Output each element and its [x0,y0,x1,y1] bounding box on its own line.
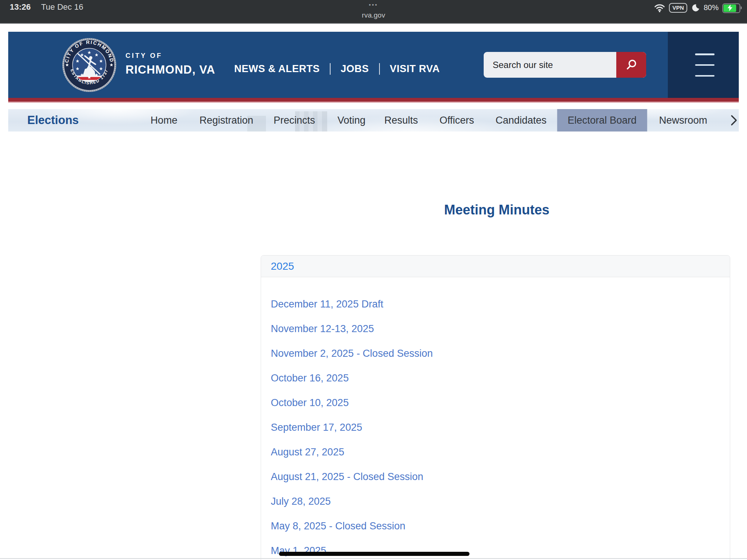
minutes-list: December 11, 2025 DraftNovember 12-13, 2… [261,277,730,560]
meeting-minutes-link[interactable]: November 12-13, 2025 [261,316,730,341]
battery-percent: 80% [704,3,719,12]
moon-icon [691,3,700,12]
nav-item[interactable]: Candidates [496,109,547,132]
site-search [484,52,646,78]
address-url[interactable]: rva.gov [0,11,747,19]
meeting-minutes-link[interactable]: May 1, 2025 [261,538,730,560]
header-link[interactable]: NEWS & ALERTS [234,63,330,75]
nav-item[interactable]: Electoral Board [557,109,647,132]
search-icon [625,59,638,71]
meeting-minutes-link[interactable]: August 21, 2025 - Closed Session [261,464,730,489]
tab-overflow-dots[interactable]: ••• [0,1,747,8]
nav-item[interactable]: Registration [199,109,253,132]
meeting-minutes-link[interactable]: November 2, 2025 - Closed Session [261,341,730,366]
city-seal-logo[interactable]: CITY OF RICHMOND ESTABLISHED 1737 [62,38,117,92]
nav-item[interactable]: Home [151,109,177,132]
home-indicator[interactable] [279,552,469,556]
page-title: Meeting Minutes [261,202,732,218]
nav-item[interactable]: Officers [440,109,474,132]
section-nav: Elections HomeRegistrationPrecinctsVotin… [8,109,739,132]
brand-richmond-va: RICHMOND, VA [125,63,215,77]
header-accent-line [8,98,739,102]
meeting-minutes-link[interactable]: May 8, 2025 - Closed Session [261,514,730,538]
year-link[interactable]: 2025 [271,260,294,272]
menu-icon [695,53,715,55]
meeting-minutes-link[interactable]: December 11, 2025 Draft [261,292,730,316]
vpn-badge: VPN [669,3,687,13]
nav-overflow-chevron-icon[interactable] [729,114,739,126]
meeting-minutes-card: 2025 December 11, 2025 DraftNovember 12-… [261,255,730,560]
meeting-minutes-link[interactable]: August 27, 2025 [261,440,730,464]
meeting-minutes-link[interactable]: October 10, 2025 [261,390,730,415]
screen: 13:26 Tue Dec 16 ••• rva.gov VPN 80% [0,0,747,560]
wifi-icon [654,4,665,13]
nav-item[interactable]: Precincts [273,109,315,132]
meeting-minutes-link[interactable]: July 28, 2025 [261,489,730,514]
nav-item[interactable]: Newsroom [659,109,707,132]
nav-items: HomeRegistrationPrecinctsVotingResultsOf… [8,109,739,132]
header-links: NEWS & ALERTSJOBSVISIT RVA [234,62,450,75]
nav-item[interactable]: Results [384,109,418,132]
hamburger-menu-button[interactable] [682,50,727,80]
search-button[interactable] [616,52,646,78]
header-link[interactable]: VISIT RVA [379,63,450,75]
brand-city-of: CITY OF [125,52,215,60]
meeting-minutes-link[interactable]: October 16, 2025 [261,366,730,390]
status-bar: 13:26 Tue Dec 16 ••• rva.gov VPN 80% [0,0,747,24]
status-icons: VPN 80% [654,0,740,26]
site-header: CITY OF RICHMOND ESTABLISHED 1737 [8,32,739,98]
search-input[interactable] [492,59,616,71]
battery-icon [722,3,740,13]
bottom-divider [0,558,747,559]
meeting-minutes-link[interactable]: September 17, 2025 [261,415,730,440]
brand-wordmark[interactable]: CITY OF RICHMOND, VA [125,52,215,77]
nav-item[interactable]: Voting [337,109,365,132]
header-link[interactable]: JOBS [330,63,379,75]
charging-bolt-icon [726,4,734,11]
year-accordion-header[interactable]: 2025 [261,256,730,277]
